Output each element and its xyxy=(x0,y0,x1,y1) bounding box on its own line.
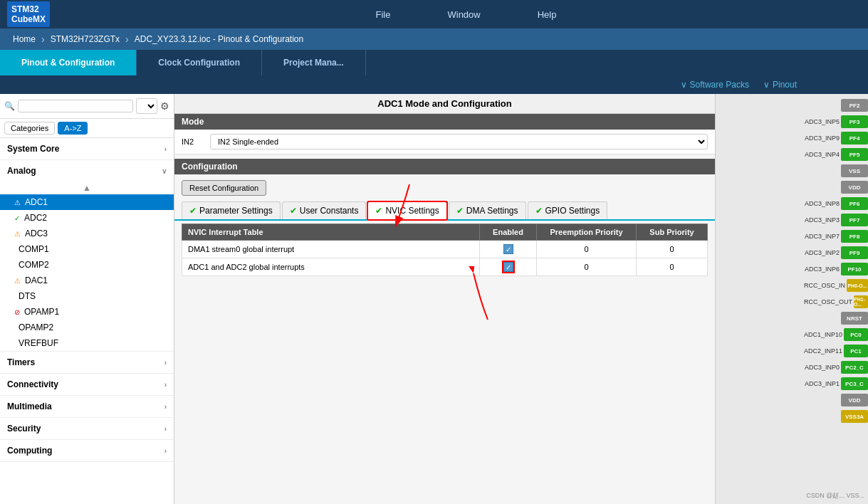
sub-tab-pinout[interactable]: ∨ Pinout xyxy=(763,80,797,90)
pin-box-vdd[interactable]: VDD xyxy=(841,181,868,194)
chevron-right-timers: › xyxy=(164,359,167,367)
pin-box-pf8[interactable]: PF8 xyxy=(841,230,868,243)
search-input[interactable] xyxy=(18,100,133,112)
table-row: DMA1 stream0 global interrupt 0 0 xyxy=(182,241,708,258)
section-header-computing[interactable]: Computing › xyxy=(0,440,174,461)
sidebar-item-dts[interactable]: DTS xyxy=(0,288,174,304)
ok-icon: ✓ xyxy=(14,214,20,222)
pin-box-pf7[interactable]: PF7 xyxy=(841,214,868,226)
pin-box-vdd2[interactable]: VDD xyxy=(841,394,868,406)
main-layout: 🔍 ⚙ Categories A->Z System Core › Analog… xyxy=(0,94,868,504)
chip-pin-vdd2: VDD xyxy=(804,392,868,408)
pin-box-ph1[interactable]: PH1-O... xyxy=(854,295,868,308)
check-icon-user: ✔ xyxy=(290,206,297,216)
category-tabs: Categories A->Z xyxy=(0,119,174,138)
pin-box-pf6[interactable]: PF6 xyxy=(841,197,868,210)
section-multimedia: Multimedia › xyxy=(0,396,174,418)
section-header-timers[interactable]: Timers › xyxy=(0,352,174,373)
tab-dma-settings[interactable]: ✔ DMA Settings xyxy=(449,201,526,219)
nvic-col-header-name: NVIC Interrupt Table xyxy=(182,224,480,241)
warning-icon: ⚠ xyxy=(14,199,21,206)
search-bar: 🔍 ⚙ xyxy=(0,94,174,119)
tab-gpio-settings[interactable]: ✔ GPIO Settings xyxy=(528,201,608,219)
sidebar-item-dac1[interactable]: ⚠ DAC1 xyxy=(0,273,174,288)
categories-tab[interactable]: Categories xyxy=(4,122,55,135)
nvic-col-header-sub: Sub Priority xyxy=(637,224,708,241)
section-header-multimedia[interactable]: Multimedia › xyxy=(0,396,174,417)
section-header-system-core[interactable]: System Core › xyxy=(0,138,174,159)
pin-box-pf10[interactable]: PF10 xyxy=(841,263,868,275)
nvic-row1-preemption: 0 xyxy=(537,241,637,258)
pin-box-pc1[interactable]: PC1 xyxy=(844,345,868,357)
chip-pin-pf8: ADC3_INP7 PF8 xyxy=(804,229,868,244)
sidebar-item-comp2[interactable]: COMP2 xyxy=(0,257,174,273)
breadcrumb: Home › STM32H723ZGTx › ADC_XY23.3.12.ioc… xyxy=(0,28,868,50)
pin-box-pf9[interactable]: PF9 xyxy=(841,246,868,259)
warning-icon-dac1: ⚠ xyxy=(14,277,21,285)
section-header-security[interactable]: Security › xyxy=(0,418,174,439)
mode-select[interactable]: IN2 Single-ended xyxy=(210,134,708,149)
sidebar-item-adc1[interactable]: ⚠ ADC1 xyxy=(0,194,174,210)
reset-configuration-button[interactable]: Reset Configuration xyxy=(182,180,266,196)
menu-help[interactable]: Help xyxy=(538,9,557,20)
menu-window[interactable]: Window xyxy=(447,9,480,20)
sidebar-item-adc2[interactable]: ✓ ADC2 xyxy=(0,210,174,226)
pin-box-pc2c[interactable]: PC2_C xyxy=(841,361,868,374)
disabled-icon-opamp1: ⊘ xyxy=(14,308,20,316)
pin-box-pc0[interactable]: PC0 xyxy=(844,328,868,341)
logo-box: STM32 CubeMX xyxy=(7,1,50,28)
sidebar-item-opamp2[interactable]: OPAMP2 xyxy=(0,320,174,335)
tab-parameter-settings[interactable]: ✔ Parameter Settings xyxy=(182,201,281,219)
check-icon-dma: ✔ xyxy=(456,206,464,216)
section-connectivity: Connectivity › xyxy=(0,374,174,396)
az-tab[interactable]: A->Z xyxy=(58,122,88,135)
checkbox-adc[interactable] xyxy=(486,262,530,272)
sidebar-item-opamp1[interactable]: ⊘ OPAMP1 xyxy=(0,304,174,320)
pin-box-pf4[interactable]: PF4 xyxy=(841,132,868,145)
section-analog: Analog ∨ ▲ ⚠ ADC1 ✓ ADC2 ⚠ ADC3 COMP1 xyxy=(0,160,174,352)
nvic-row2-name: ADC1 and ADC2 global interrupts xyxy=(182,258,480,276)
sidebar-item-adc3[interactable]: ⚠ ADC3 xyxy=(0,226,174,241)
sub-tab-software-packs[interactable]: ∨ Software Packs xyxy=(681,80,749,90)
chip-pin-pc3c: ADC3_INP1 PC3_C xyxy=(804,376,868,392)
section-header-connectivity[interactable]: Connectivity › xyxy=(0,374,174,395)
nvic-row1-sub: 0 xyxy=(637,241,708,258)
tab-clock-config[interactable]: Clock Configuration xyxy=(137,50,262,75)
gear-button[interactable]: ⚙ xyxy=(160,100,169,112)
tab-nvic-settings[interactable]: ✔ NVIC Settings xyxy=(367,201,446,221)
tab-pinout-config[interactable]: Pinout & Configuration xyxy=(0,50,137,75)
checkbox-adc-input[interactable] xyxy=(503,262,513,272)
pin-box-vss[interactable]: VSS xyxy=(841,164,868,177)
sidebar-item-vrefbuf[interactable]: VREFBUF xyxy=(0,335,174,351)
checkbox-dma[interactable] xyxy=(486,244,530,254)
breadcrumb-home[interactable]: Home xyxy=(7,34,41,44)
search-dropdown[interactable] xyxy=(136,98,157,114)
pin-box-pf3[interactable]: PF3 xyxy=(841,115,868,128)
sidebar-item-comp1[interactable]: COMP1 xyxy=(0,241,174,257)
chip-pin-vss3a: VSS3A xyxy=(804,409,868,424)
tab-user-constants[interactable]: ✔ User Constants xyxy=(282,201,367,219)
tab-project-manager[interactable]: Project Mana... xyxy=(262,50,366,75)
chip-pin-pf2: PF2 xyxy=(804,98,868,113)
breadcrumb-chip[interactable]: STM32H723ZGTx xyxy=(45,34,125,44)
section-header-analog[interactable]: Analog ∨ xyxy=(0,160,174,182)
pin-box-vss3a[interactable]: VSS3A xyxy=(841,410,868,423)
scroll-up-arrow[interactable]: ▲ xyxy=(0,182,174,194)
sidebar: 🔍 ⚙ Categories A->Z System Core › Analog… xyxy=(0,94,174,504)
pin-box-pc3c[interactable]: PC3_C xyxy=(841,377,868,390)
nvic-content-area: NVIC Interrupt Table Enabled Preemption … xyxy=(174,224,715,283)
nvic-row1-enabled[interactable] xyxy=(480,241,537,258)
chevron-down-icon: ∨ xyxy=(162,167,167,175)
pin-box-nrst[interactable]: NRST xyxy=(841,312,868,325)
breadcrumb-file[interactable]: ADC_XY23.3.12.ioc - Pinout & Configurati… xyxy=(129,34,309,44)
pin-box-pf5[interactable]: PF5 xyxy=(841,148,868,161)
pin-box-pf2[interactable]: PF2 xyxy=(841,99,868,112)
nvic-row2-enabled[interactable] xyxy=(480,258,537,276)
nvic-col-header-enabled: Enabled xyxy=(480,224,537,241)
menu-file[interactable]: File xyxy=(376,9,391,20)
pin-box-ph0[interactable]: PH0-O... xyxy=(847,279,868,292)
chevron-right-multimedia: › xyxy=(164,403,167,411)
checkbox-dma-input[interactable] xyxy=(503,244,513,254)
chevron-right-icon: › xyxy=(164,145,167,153)
chip-pin-pc1: ADC2_INP11 PC1 xyxy=(804,343,868,359)
